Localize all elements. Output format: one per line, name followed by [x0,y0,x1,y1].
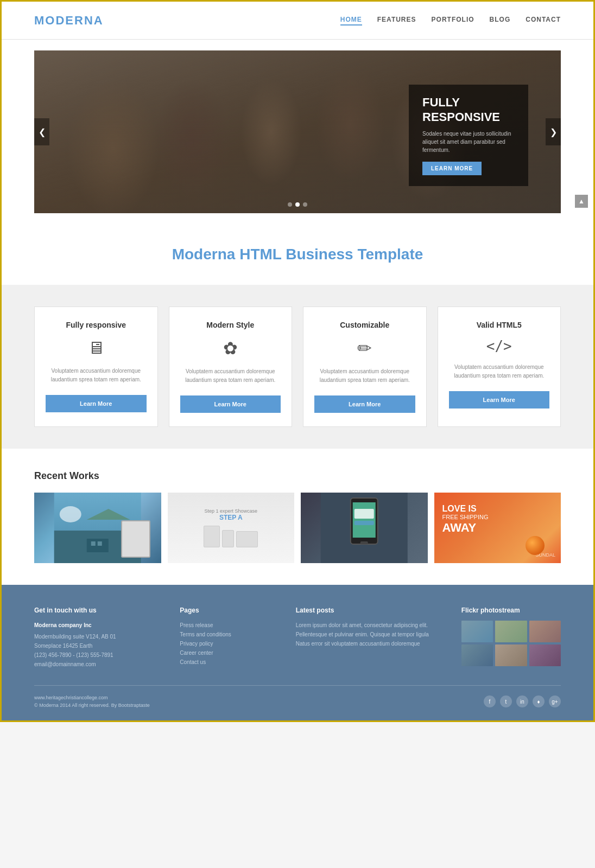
footer-bottom: www.heritagechristiancollege.com © Moder… [34,685,561,710]
svg-point-3 [60,506,81,522]
hero-section: ❮ ❯ FULLY RESPONSIVE Sodales neque vitae… [2,40,593,224]
feature-btn-4[interactable]: Learn more [449,391,550,409]
work-item-3[interactable] [301,493,428,563]
footer-link-contact[interactable]: Contact us [180,658,279,667]
recent-works-title: Recent Works [34,470,561,482]
feature-title-1: Fully responsive [46,321,147,329]
footer-post-3: Natus error sit voluptatem accusantium d… [296,639,445,648]
social-linkedin-icon[interactable]: in [516,695,528,707]
footer-link-career[interactable]: Career center [180,648,279,658]
nav-features[interactable]: FEATURES [377,16,416,25]
social-twitter-icon[interactable]: t [500,695,512,707]
footer-pages-col: Pages Press release Terms and conditions… [180,607,279,669]
slider-prev-button[interactable]: ❮ [34,118,49,145]
features-section: Fully responsive 🖥 Voluptatem accusantiu… [2,285,593,449]
svg-rect-10 [360,541,368,544]
hero-cta-button[interactable]: LEARN MORE [422,162,482,175]
work-item-4[interactable]: LOVE IS FREE SHIPPING AWAY SUNDAL [434,493,561,563]
work-image-1 [34,493,161,563]
social-facebook-icon[interactable]: f [484,695,496,707]
social-pinterest-icon[interactable]: ♦ [533,695,545,707]
slider-dot-3[interactable] [303,202,307,207]
main-nav: HOME FEATURES PORTFOLIO BLOG CONTACT [340,16,561,25]
footer-company-name: Moderna company Inc [34,621,163,630]
footer-post-2: Pellentesque et pulvinar enim. Quisque a… [296,630,445,639]
svg-rect-11 [355,509,374,519]
work-devices-illustration [204,526,258,547]
flickr-thumb-1[interactable] [461,621,493,642]
feature-card-4: Valid HTML5 </> Voluptatem accusantium d… [438,307,561,427]
nav-portfolio[interactable]: PORTFOLIO [432,16,474,25]
flickr-thumb-5[interactable] [495,644,527,666]
flickr-photo-grid [461,621,561,666]
nav-contact[interactable]: CONTACT [526,16,561,25]
work-item-1[interactable] [34,493,161,563]
leaf-icon: ✿ [180,338,281,359]
scroll-up-button[interactable]: ▲ [575,195,588,208]
flickr-thumb-3[interactable] [529,621,561,642]
feature-card-1: Fully responsive 🖥 Voluptatem accusantiu… [34,307,158,427]
feature-desc-2: Voluptatem accusantium doloremque laudan… [180,367,281,385]
header: MODERNA HOME FEATURES PORTFOLIO BLOG CON… [2,2,593,40]
footer-link-privacy[interactable]: Privacy policy [180,639,279,648]
pencil-icon: ✏ [314,338,415,359]
hero-description: Sodales neque vitae justo sollicitudin a… [422,130,515,154]
social-icons-group: f t in ♦ g+ [484,695,561,707]
slider-dots [288,202,307,207]
slider-next-button[interactable]: ❯ [546,118,561,145]
logo-accent: M [34,14,45,27]
social-googleplus-icon[interactable]: g+ [549,695,561,707]
tagline-section: Moderna HTML Business Template [2,224,593,285]
footer-posts-heading: Latest posts [296,607,445,614]
footer-contact-col: Get in touch with us Moderna company Inc… [34,607,163,669]
footer-phone: (123) 456-7890 - (123) 555-7891 [34,650,163,660]
html5-icon: </> [449,338,550,354]
feature-btn-3[interactable]: Learn more [314,395,415,413]
logo-rest: ODERNA [45,14,103,27]
footer-copyright: www.heritagechristiancollege.com © Moder… [34,694,150,710]
flickr-thumb-4[interactable] [461,644,493,666]
footer-grid: Get in touch with us Moderna company Inc… [34,607,561,669]
footer-pages-heading: Pages [180,607,279,614]
nav-home[interactable]: HOME [340,16,362,25]
feature-btn-2[interactable]: Learn more [180,395,281,413]
footer-link-press[interactable]: Press release [180,621,279,630]
slider-dot-1[interactable] [288,202,292,207]
work-step-text: Step 1 expert Showcase [204,508,258,514]
feature-title-3: Customizable [314,321,415,329]
footer-flickr-heading: Flickr photostream [461,607,561,614]
footer-address: Modernbuilding suite V124, AB 01Someplac… [34,632,163,650]
feature-title-2: Modern Style [180,321,281,329]
footer-flickr-col: Flickr photostream [461,607,561,669]
work-step-title: STEP A [204,514,258,521]
footer-email[interactable]: email@domainname.com [34,660,163,669]
svg-rect-9 [353,502,376,538]
work-promo-text: LOVE IS FREE SHIPPING AWAY [442,503,489,535]
feature-title-4: Valid HTML5 [449,321,550,329]
footer-posts-col: Latest posts Lorem ipsum dolor sit amet,… [296,607,445,669]
svg-rect-6 [98,541,102,546]
svg-rect-5 [91,541,96,546]
flickr-thumb-2[interactable] [495,621,527,642]
logo[interactable]: MODERNA [34,14,104,28]
feature-desc-4: Voluptatem accusantium doloremque laudan… [449,363,550,380]
works-grid: Step 1 expert Showcase STEP A [34,493,561,563]
feature-card-2: Modern Style ✿ Voluptatem accusantium do… [169,307,293,427]
work-showcase-content: Step 1 expert Showcase STEP A [198,503,263,553]
tagline-heading: Moderna HTML Business Template [34,246,561,263]
slider-dot-2[interactable] [295,202,300,207]
feature-btn-1[interactable]: Learn more [46,395,147,412]
hero-slider: ❮ ❯ FULLY RESPONSIVE Sodales neque vitae… [34,50,561,213]
work-item-2[interactable]: Step 1 expert Showcase STEP A [168,493,295,563]
tagline-brand: Moderna [172,246,236,263]
tagline-rest: HTML Business Template [235,246,423,263]
footer: Get in touch with us Moderna company Inc… [2,585,593,720]
footer-post-1: Lorem ipsum dolor sit amet, consectetur … [296,621,445,630]
feature-desc-1: Voluptatem accusantium doloremque laudan… [46,367,147,384]
hero-title: FULLY RESPONSIVE [422,95,515,124]
footer-link-terms[interactable]: Terms and conditions [180,630,279,639]
work-image-3 [301,493,428,563]
nav-blog[interactable]: BLOG [490,16,511,25]
flickr-thumb-6[interactable] [529,644,561,666]
recent-works-section: Recent Works [2,449,593,585]
